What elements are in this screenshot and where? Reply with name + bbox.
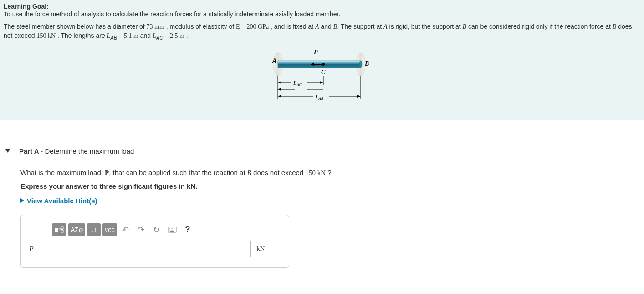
part-a-label: Part A - [19,147,45,155]
equation-toolbar: √ ΑΣφ ↓↑ vec ↶ ↷ ↻ [52,223,281,236]
point-a: A [315,23,319,30]
subscript-button[interactable]: ↓↑ [87,223,101,236]
view-hints-link[interactable]: View Available Hint(s) [20,197,644,205]
hints-caret-icon [20,198,24,203]
answer-variable-label: P = [29,245,40,253]
undo-button[interactable]: ↶ [119,223,133,236]
keyboard-icon [168,227,177,233]
diagram-label-b: B [364,60,369,67]
diagram-lab-label: LAB [315,93,324,101]
collapse-caret-icon[interactable] [5,149,10,153]
svg-text:√: √ [59,227,61,231]
svg-marker-17 [320,81,323,84]
diagram-label-c: C [321,69,326,76]
diagram-label-a: A [272,57,276,64]
text-fragment: can be considered rigid only if the reac… [466,23,613,30]
text-fragment: . The support at [337,23,383,30]
svg-marker-12 [320,79,323,89]
svg-point-32 [172,228,173,229]
text-fragment: The steel member shown below has a diame… [4,23,147,30]
length-lab-value: = 5.1 m [117,32,138,39]
part-a-section: Part A - Determine the maximum load What… [0,139,644,277]
redo-button[interactable]: ↷ [134,223,148,236]
variable-p: P [105,169,109,176]
limit-value: 150 kN [305,169,326,176]
help-button[interactable]: ? [181,223,194,236]
beam-diagram: A P C B LAC LAB [270,48,374,108]
svg-point-36 [172,230,173,231]
learning-goal-text: To use the force method of analysis to c… [4,10,640,18]
svg-rect-27 [61,230,63,232]
answer-format-instruction: Express your answer to three significant… [20,182,644,190]
svg-marker-21 [278,95,281,98]
diagram-container: A P C B LAC LAB [4,48,640,109]
svg-marker-15 [278,81,281,84]
length-lab-sub: AB [110,35,117,40]
diagram-lac-label: LAC [293,79,302,87]
vector-button[interactable]: vec [102,223,117,236]
answer-input[interactable] [44,241,251,257]
problem-statement: The steel member shown below has a diame… [4,22,640,41]
svg-rect-26 [61,227,63,229]
part-a-subtitle: Determine the maximum load [45,147,134,155]
part-a-title: Part A - Determine the maximum load [19,147,134,155]
answer-box: √ ΑΣφ ↓↑ vec ↶ ↷ ↻ [20,215,289,268]
svg-point-33 [174,228,174,229]
part-a-header[interactable]: Part A - Determine the maximum load [0,147,644,155]
text-fragment: , that can be applied such that the reac… [109,169,247,176]
svg-point-6 [322,63,325,66]
problem-header: Learning Goal: To use the force method o… [0,0,644,120]
text-fragment: What is the maximum load, [20,169,105,176]
question-text: What is the maximum load, P, that can be… [20,169,644,177]
svg-point-30 [169,228,170,229]
text-fragment: and [319,23,333,30]
length-lac-symbol: L [153,32,156,39]
answer-unit: kN [256,245,265,253]
templates-button[interactable]: √ [52,223,66,236]
svg-point-34 [169,230,170,231]
svg-marker-23 [357,95,361,98]
text-fragment: . The lengths are [56,32,107,39]
point-b: B [247,169,251,176]
text-fragment: is rigid, but the support at [388,23,463,30]
text-fragment: and [138,32,153,39]
point-a: A [383,23,388,30]
text-fragment: . [184,32,188,39]
text-fragment: , and is fixed at [269,23,315,30]
length-lac-value: = 2.5 m [163,32,184,39]
svg-point-31 [171,228,172,229]
learning-goal-label: Learning Goal: [4,3,640,10]
diagram-label-p: P [314,49,318,56]
svg-point-37 [174,230,174,231]
svg-rect-38 [170,231,174,232]
reset-button[interactable]: ↻ [150,223,164,236]
diameter-value: 73 mm [147,23,164,30]
text-fragment: does not exceed [251,169,305,176]
svg-point-35 [171,230,172,231]
svg-point-3 [359,61,362,68]
answer-row: P = kN [29,241,281,257]
hints-label: View Available Hint(s) [27,197,97,205]
force-limit: 150 kN [36,32,56,39]
svg-marker-11 [278,88,281,91]
part-a-body: What is the maximum load, P, that can be… [0,155,644,277]
text-fragment: ? [326,169,332,176]
length-lac-sub: AC [156,35,163,40]
modulus-value: E = 200 GPa [236,23,269,30]
keyboard-button[interactable] [165,223,179,236]
greek-button[interactable]: ΑΣφ [68,223,85,236]
text-fragment: , modulus of elasticity of [164,23,236,30]
svg-rect-24 [55,228,58,232]
templates-icon: √ [54,226,64,234]
point-b: B [463,23,467,30]
